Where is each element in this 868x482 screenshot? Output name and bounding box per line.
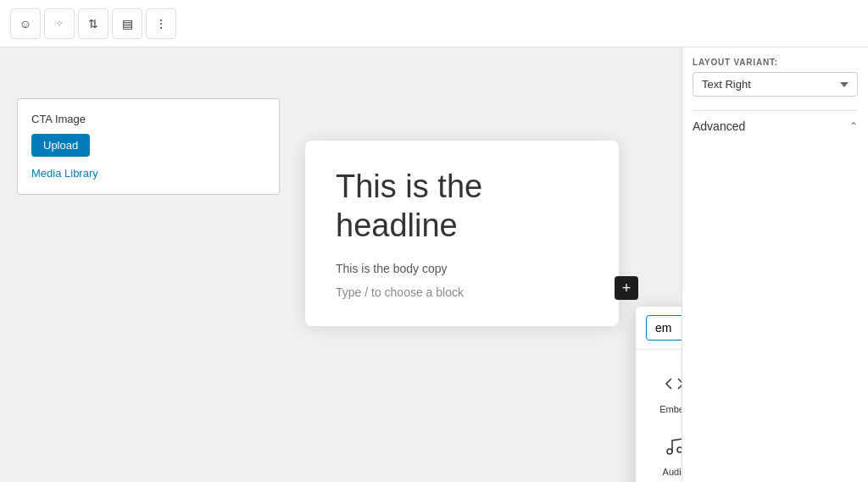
block-grid: Embed Quote: [636, 350, 682, 482]
cta-image-label: CTA Image: [31, 113, 265, 125]
media-library-link[interactable]: Media Library: [31, 167, 98, 180]
audio-icon: [659, 431, 682, 462]
smiley-button[interactable]: ☺: [10, 8, 41, 39]
svg-point-3: [677, 447, 682, 452]
advanced-row[interactable]: Advanced ⌃: [693, 110, 858, 141]
main-layout: CTA Image Upload Media Library This is t…: [0, 47, 868, 482]
embed-icon: [659, 368, 682, 399]
body-copy: This is the body copy: [336, 262, 588, 275]
headline-card: This is the headline This is the body co…: [305, 141, 619, 326]
headline-text: This is the headline: [336, 168, 588, 245]
block-search-area: ×: [636, 307, 682, 350]
upload-button[interactable]: Upload: [31, 134, 90, 157]
embed-label: Embed: [659, 404, 682, 414]
block-search-input[interactable]: [646, 315, 682, 341]
editor-area: CTA Image Upload Media Library This is t…: [0, 47, 682, 482]
choose-block-hint: Type / to choose a block: [336, 285, 588, 299]
add-block-button[interactable]: +: [615, 276, 638, 300]
cta-image-block: CTA Image Upload Media Library: [17, 98, 280, 195]
layout-variant-label: LAYOUT VARIANT:: [693, 58, 858, 67]
block-picker: × Embed: [636, 307, 682, 482]
toolbar: ☺ ⁘ ⇅ ▤ ⋮: [0, 0, 868, 47]
advanced-label: Advanced: [693, 119, 745, 133]
block-item-audio[interactable]: Audio: [643, 423, 682, 482]
right-sidebar: LAYOUT VARIANT: Text Left Text Right Tex…: [682, 47, 868, 482]
audio-label: Audio: [663, 467, 682, 477]
svg-point-2: [667, 449, 672, 454]
move-button[interactable]: ⇅: [78, 8, 108, 39]
more-options-button[interactable]: ⋮: [146, 8, 176, 39]
grid-button[interactable]: ⁘: [44, 8, 75, 39]
chevron-down-icon: ⌃: [849, 120, 858, 132]
align-button[interactable]: ▤: [112, 8, 142, 39]
block-item-embed[interactable]: Embed: [643, 360, 682, 423]
layout-variant-select[interactable]: Text Left Text Right Text Center: [693, 72, 858, 97]
